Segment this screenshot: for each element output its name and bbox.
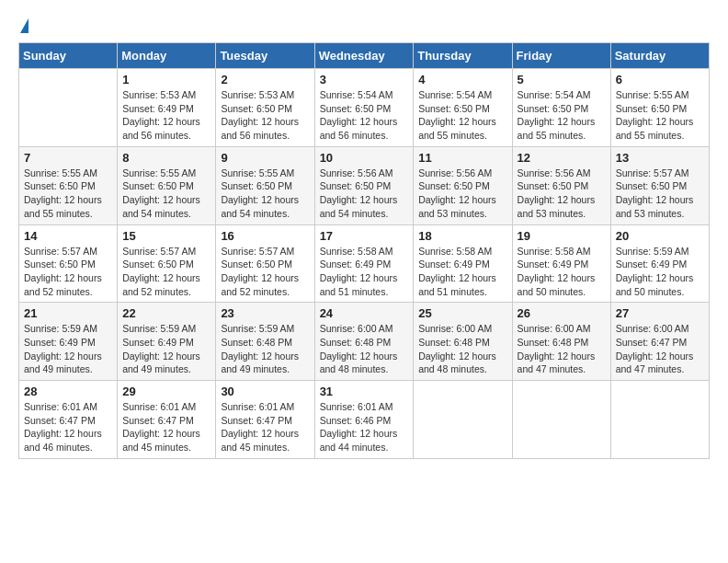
calendar-cell: 15Sunrise: 5:57 AMSunset: 6:50 PMDayligh…: [118, 224, 216, 303]
cell-info-text: Sunrise: 5:58 AMSunset: 6:49 PMDaylight:…: [518, 245, 606, 299]
cell-info-text: Sunrise: 5:55 AMSunset: 6:50 PMDaylight:…: [122, 167, 210, 221]
calendar-cell: 2Sunrise: 5:53 AMSunset: 6:50 PMDaylight…: [216, 69, 314, 147]
header-friday: Friday: [512, 43, 610, 69]
cell-info-text: Sunrise: 5:57 AMSunset: 6:50 PMDaylight:…: [24, 245, 112, 299]
logo: [18, 18, 28, 33]
cell-info-text: Sunrise: 5:54 AMSunset: 6:50 PMDaylight:…: [518, 88, 606, 143]
calendar-cell: [610, 381, 709, 459]
calendar-cell: 30Sunrise: 6:01 AMSunset: 6:47 PMDayligh…: [216, 381, 314, 459]
cell-date-number: 7: [24, 151, 112, 165]
calendar-cell: 13Sunrise: 5:57 AMSunset: 6:50 PMDayligh…: [610, 146, 709, 224]
calendar-cell: 26Sunrise: 6:00 AMSunset: 6:48 PMDayligh…: [512, 303, 610, 381]
header-monday: Monday: [118, 43, 216, 69]
calendar-cell: 1Sunrise: 5:53 AMSunset: 6:49 PMDaylight…: [118, 69, 216, 147]
calendar-cell: 7Sunrise: 5:55 AMSunset: 6:50 PMDaylight…: [19, 146, 118, 224]
cell-date-number: 18: [418, 229, 506, 243]
cell-date-number: 14: [24, 229, 112, 243]
cell-info-text: Sunrise: 5:54 AMSunset: 6:50 PMDaylight:…: [320, 88, 409, 143]
cell-info-text: Sunrise: 6:00 AMSunset: 6:48 PMDaylight:…: [320, 322, 409, 376]
calendar-cell: 29Sunrise: 6:01 AMSunset: 6:47 PMDayligh…: [118, 381, 216, 459]
cell-date-number: 23: [221, 306, 309, 320]
cell-date-number: 9: [221, 151, 309, 165]
cell-date-number: 29: [122, 385, 210, 398]
cell-info-text: Sunrise: 5:55 AMSunset: 6:50 PMDaylight:…: [24, 167, 112, 221]
cell-info-text: Sunrise: 5:59 AMSunset: 6:48 PMDaylight:…: [221, 322, 309, 376]
calendar-cell: 24Sunrise: 6:00 AMSunset: 6:48 PMDayligh…: [314, 303, 414, 381]
calendar-cell: 31Sunrise: 6:01 AMSunset: 6:46 PMDayligh…: [314, 381, 414, 459]
cell-date-number: 11: [418, 151, 506, 165]
cell-date-number: 1: [122, 73, 210, 86]
calendar-week-row: 14Sunrise: 5:57 AMSunset: 6:50 PMDayligh…: [19, 224, 710, 303]
cell-info-text: Sunrise: 6:01 AMSunset: 6:47 PMDaylight:…: [221, 400, 309, 454]
cell-info-text: Sunrise: 5:55 AMSunset: 6:50 PMDaylight:…: [221, 167, 309, 221]
calendar-cell: 22Sunrise: 5:59 AMSunset: 6:49 PMDayligh…: [118, 303, 216, 381]
calendar-cell: 5Sunrise: 5:54 AMSunset: 6:50 PMDaylight…: [512, 69, 610, 147]
cell-info-text: Sunrise: 6:00 AMSunset: 6:48 PMDaylight:…: [418, 322, 506, 376]
calendar-cell: 23Sunrise: 5:59 AMSunset: 6:48 PMDayligh…: [216, 303, 314, 381]
cell-date-number: 5: [518, 73, 606, 86]
calendar-cell: 16Sunrise: 5:57 AMSunset: 6:50 PMDayligh…: [216, 224, 314, 303]
header-sunday: Sunday: [19, 43, 118, 69]
calendar-cell: 27Sunrise: 6:00 AMSunset: 6:47 PMDayligh…: [610, 303, 709, 381]
cell-date-number: 4: [418, 73, 506, 86]
header-thursday: Thursday: [414, 43, 512, 69]
cell-date-number: 15: [122, 229, 210, 243]
calendar-cell: 9Sunrise: 5:55 AMSunset: 6:50 PMDaylight…: [216, 146, 314, 224]
cell-date-number: 21: [24, 306, 112, 320]
calendar-cell: 20Sunrise: 5:59 AMSunset: 6:49 PMDayligh…: [610, 224, 709, 303]
calendar-week-row: 21Sunrise: 5:59 AMSunset: 6:49 PMDayligh…: [19, 303, 710, 381]
cell-info-text: Sunrise: 5:59 AMSunset: 6:49 PMDaylight:…: [616, 245, 704, 299]
cell-date-number: 27: [616, 306, 704, 320]
header-saturday: Saturday: [610, 43, 709, 69]
calendar-cell: 3Sunrise: 5:54 AMSunset: 6:50 PMDaylight…: [314, 69, 414, 147]
calendar-cell: 25Sunrise: 6:00 AMSunset: 6:48 PMDayligh…: [414, 303, 512, 381]
cell-info-text: Sunrise: 6:01 AMSunset: 6:47 PMDaylight:…: [122, 400, 210, 454]
logo-triangle-icon: [20, 18, 28, 33]
cell-date-number: 30: [221, 385, 309, 398]
cell-info-text: Sunrise: 5:57 AMSunset: 6:50 PMDaylight:…: [616, 167, 704, 221]
cell-info-text: Sunrise: 5:53 AMSunset: 6:50 PMDaylight:…: [221, 88, 309, 143]
header-tuesday: Tuesday: [216, 43, 314, 69]
cell-date-number: 31: [320, 385, 409, 398]
calendar-cell: 12Sunrise: 5:56 AMSunset: 6:50 PMDayligh…: [512, 146, 610, 224]
cell-date-number: 24: [320, 306, 409, 320]
cell-date-number: 3: [320, 73, 409, 86]
calendar-cell: 11Sunrise: 5:56 AMSunset: 6:50 PMDayligh…: [414, 146, 512, 224]
cell-info-text: Sunrise: 5:57 AMSunset: 6:50 PMDaylight:…: [221, 245, 309, 299]
calendar-week-row: 1Sunrise: 5:53 AMSunset: 6:49 PMDaylight…: [19, 69, 710, 147]
cell-info-text: Sunrise: 6:00 AMSunset: 6:48 PMDaylight:…: [518, 322, 606, 376]
cell-date-number: 25: [418, 306, 506, 320]
cell-info-text: Sunrise: 5:56 AMSunset: 6:50 PMDaylight:…: [418, 167, 506, 221]
cell-info-text: Sunrise: 5:54 AMSunset: 6:50 PMDaylight:…: [418, 88, 506, 143]
cell-date-number: 13: [616, 151, 704, 165]
cell-date-number: 16: [221, 229, 309, 243]
calendar-week-row: 7Sunrise: 5:55 AMSunset: 6:50 PMDaylight…: [19, 146, 710, 224]
cell-info-text: Sunrise: 6:00 AMSunset: 6:47 PMDaylight:…: [616, 322, 704, 376]
cell-info-text: Sunrise: 6:01 AMSunset: 6:47 PMDaylight:…: [24, 400, 112, 454]
calendar-cell: 18Sunrise: 5:58 AMSunset: 6:49 PMDayligh…: [414, 224, 512, 303]
cell-date-number: 19: [518, 229, 606, 243]
calendar-cell: 21Sunrise: 5:59 AMSunset: 6:49 PMDayligh…: [19, 303, 118, 381]
cell-info-text: Sunrise: 5:55 AMSunset: 6:50 PMDaylight:…: [616, 88, 704, 143]
cell-info-text: Sunrise: 5:53 AMSunset: 6:49 PMDaylight:…: [122, 88, 210, 143]
cell-date-number: 10: [320, 151, 409, 165]
cell-info-text: Sunrise: 5:58 AMSunset: 6:49 PMDaylight:…: [320, 245, 409, 299]
calendar-cell: 6Sunrise: 5:55 AMSunset: 6:50 PMDaylight…: [610, 69, 709, 147]
calendar-table: SundayMondayTuesdayWednesdayThursdayFrid…: [18, 42, 710, 459]
cell-date-number: 17: [320, 229, 409, 243]
cell-date-number: 8: [122, 151, 210, 165]
cell-date-number: 6: [616, 73, 704, 86]
calendar-cell: 4Sunrise: 5:54 AMSunset: 6:50 PMDaylight…: [414, 69, 512, 147]
cell-date-number: 2: [221, 73, 309, 86]
cell-date-number: 20: [616, 229, 704, 243]
cell-info-text: Sunrise: 5:58 AMSunset: 6:49 PMDaylight:…: [418, 245, 506, 299]
cell-date-number: 28: [24, 385, 112, 398]
cell-date-number: 12: [518, 151, 606, 165]
calendar-cell: 8Sunrise: 5:55 AMSunset: 6:50 PMDaylight…: [118, 146, 216, 224]
calendar-cell: 17Sunrise: 5:58 AMSunset: 6:49 PMDayligh…: [314, 224, 414, 303]
header-wednesday: Wednesday: [314, 43, 414, 69]
calendar-week-row: 28Sunrise: 6:01 AMSunset: 6:47 PMDayligh…: [19, 381, 710, 459]
calendar-cell: [19, 69, 118, 147]
cell-date-number: 22: [122, 306, 210, 320]
calendar-cell: [414, 381, 512, 459]
